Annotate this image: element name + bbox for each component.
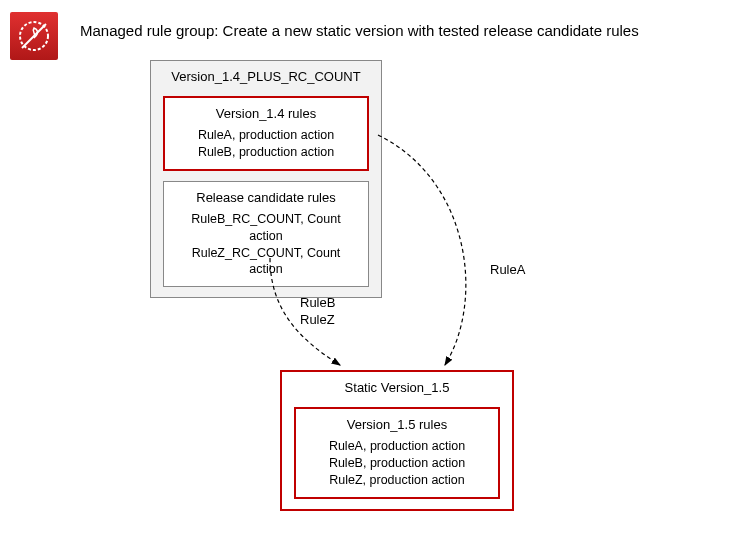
static-version-box: Static Version_1.5 Version_1.5 rules Rul… bbox=[280, 370, 514, 511]
rc-version-box: Version_1.4_PLUS_RC_COUNT Version_1.4 ru… bbox=[150, 60, 382, 298]
static-version-title: Static Version_1.5 bbox=[282, 372, 512, 397]
static-rules-box: Version_1.5 rules RuleA, production acti… bbox=[294, 407, 500, 499]
arrow-label-right: RuleA bbox=[490, 262, 525, 277]
rule-item: RuleZ, production action bbox=[306, 472, 488, 489]
rule-item: RuleA, production action bbox=[306, 438, 488, 455]
rule-item: RuleB, production action bbox=[175, 144, 357, 161]
arrow-label-left-1: RuleB bbox=[300, 295, 335, 310]
rule-item: RuleB_RC_COUNT, Count action bbox=[174, 211, 358, 245]
rule-item: RuleZ_RC_COUNT, Count action bbox=[174, 245, 358, 279]
arrow-label-left-2: RuleZ bbox=[300, 312, 335, 327]
waf-shield-icon bbox=[10, 12, 58, 60]
rc-rules-title: Release candidate rules bbox=[174, 190, 358, 211]
prod-rules-box: Version_1.4 rules RuleA, production acti… bbox=[163, 96, 369, 171]
rule-item: RuleA, production action bbox=[175, 127, 357, 144]
rc-version-title: Version_1.4_PLUS_RC_COUNT bbox=[151, 61, 381, 86]
prod-rules-title: Version_1.4 rules bbox=[175, 106, 357, 127]
static-rules-title: Version_1.5 rules bbox=[306, 417, 488, 438]
rule-item: RuleB, production action bbox=[306, 455, 488, 472]
page-title: Managed rule group: Create a new static … bbox=[80, 22, 639, 39]
rc-rules-box: Release candidate rules RuleB_RC_COUNT, … bbox=[163, 181, 369, 288]
